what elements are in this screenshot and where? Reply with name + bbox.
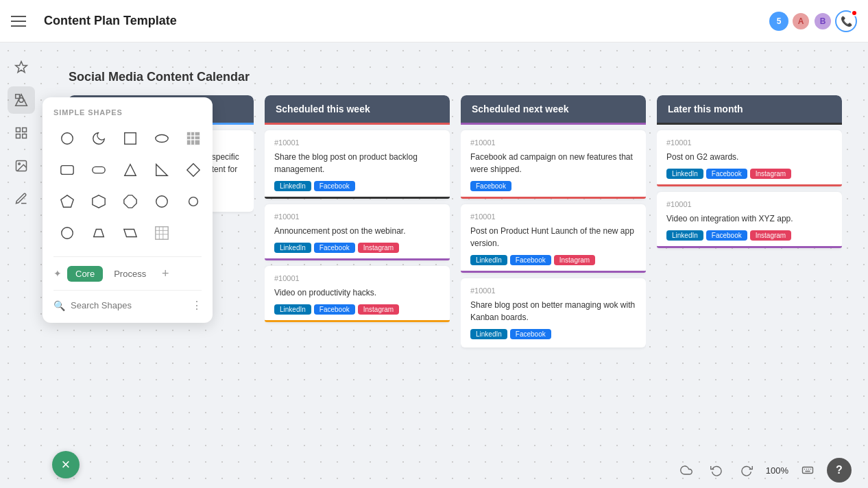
- svg-rect-18: [61, 166, 73, 175]
- tag-facebook: Facebook: [706, 230, 747, 241]
- keyboard-shortcut-button[interactable]: [797, 459, 819, 481]
- svg-marker-29: [94, 230, 104, 237]
- svg-rect-36: [803, 467, 813, 474]
- tag-linkedin: LinkedIn: [666, 230, 703, 241]
- svg-marker-22: [187, 164, 200, 176]
- svg-point-28: [62, 228, 73, 239]
- svg-rect-4: [16, 128, 21, 132]
- undo-button[interactable]: [706, 459, 727, 481]
- shape-hexagon[interactable]: [85, 188, 112, 215]
- card-accent: [265, 197, 450, 199]
- menu-icon[interactable]: [11, 10, 33, 32]
- shape-right-triangle[interactable]: [148, 156, 176, 184]
- col-cards-later: #10001 Post on G2 awards. LinkedIn Faceb…: [657, 125, 842, 445]
- tag-facebook: Facebook: [470, 181, 511, 191]
- card-accent: [265, 258, 450, 260]
- help-button[interactable]: ?: [827, 458, 852, 483]
- avatar-count: 5: [769, 12, 788, 31]
- tab-add-button[interactable]: +: [157, 265, 173, 282]
- header-avatars: 5 A B 📞: [769, 10, 857, 32]
- board-title: Social Media Content Calendar: [69, 70, 868, 84]
- shape-triangle[interactable]: [117, 156, 144, 184]
- avatar-2: B: [813, 12, 832, 31]
- shape-pill[interactable]: [85, 156, 112, 184]
- shape-oval[interactable]: [148, 125, 176, 152]
- col-header-later: Later this month: [657, 95, 842, 123]
- sidebar-icon-shapes[interactable]: [8, 86, 35, 114]
- col-header-scheduled-next: Scheduled next week: [461, 95, 646, 123]
- table-row: #10001 Share the blog post on product ba…: [265, 130, 450, 199]
- redo-button[interactable]: [736, 459, 758, 481]
- svg-point-27: [189, 197, 198, 206]
- card-tags: LinkedIn Facebook: [470, 329, 636, 339]
- tag-linkedin: LinkedIn: [666, 169, 703, 179]
- kanban-col-later: Later this month #10001 Post on G2 award…: [657, 95, 842, 445]
- tag-instagram: Instagram: [358, 243, 399, 253]
- shape-rounded-rect[interactable]: [53, 156, 81, 184]
- svg-marker-23: [61, 195, 73, 207]
- search-more-icon[interactable]: ⋮: [191, 299, 202, 312]
- header: Content Plan Template 5 A B 📞: [0, 0, 868, 42]
- shape-crescent[interactable]: [85, 125, 112, 152]
- shape-placeholder[interactable]: [180, 219, 207, 247]
- card-accent: [461, 197, 646, 199]
- shape-circle[interactable]: [53, 125, 81, 152]
- shape-diamond[interactable]: [180, 156, 207, 184]
- col-cards-week: #10001 Share the blog post on product ba…: [265, 125, 450, 445]
- shape-grid2[interactable]: [148, 219, 176, 247]
- shape-parallelogram[interactable]: [117, 219, 144, 247]
- shape-pentagon[interactable]: [53, 188, 81, 215]
- search-shapes-input[interactable]: [71, 300, 186, 310]
- sidebar-icon-star[interactable]: [8, 53, 35, 81]
- table-row: #10001 Facebook ad campaign on new featu…: [461, 130, 646, 199]
- tab-core[interactable]: Core: [67, 266, 103, 282]
- tag-instagram: Instagram: [750, 230, 791, 241]
- card-tags: LinkedIn Facebook Instagram: [274, 243, 440, 253]
- tag-facebook: Facebook: [510, 329, 551, 339]
- svg-rect-19: [93, 167, 105, 173]
- card-tags: LinkedIn Facebook: [274, 181, 440, 191]
- avatar-1: A: [791, 12, 810, 31]
- tag-facebook: Facebook: [314, 304, 355, 315]
- shapes-tabs: ✦ Core Process +: [53, 256, 202, 282]
- tag-linkedin: LinkedIn: [274, 304, 311, 315]
- tag-instagram: Instagram: [554, 255, 595, 265]
- card-accent: [461, 271, 646, 273]
- svg-rect-11: [125, 133, 136, 145]
- shape-circle3[interactable]: [180, 188, 207, 215]
- phone-badge: [851, 10, 858, 16]
- svg-rect-7: [23, 134, 27, 138]
- tag-instagram: Instagram: [358, 304, 399, 315]
- card-tags: LinkedIn Facebook Instagram: [274, 304, 440, 315]
- svg-rect-31: [156, 227, 168, 239]
- table-row: #10001 Video on productivity hacks. Link…: [265, 266, 450, 322]
- col-header-scheduled-week: Scheduled this week: [265, 95, 450, 123]
- shape-circle4[interactable]: [53, 219, 81, 247]
- table-row: #10001 Video on integration with XYZ app…: [657, 192, 842, 248]
- shape-circle2[interactable]: [148, 188, 176, 215]
- svg-rect-13: [187, 132, 200, 145]
- card-accent: [265, 320, 450, 322]
- cloud-save-button[interactable]: [675, 459, 697, 481]
- header-title: Content Plan Template: [44, 14, 758, 28]
- tag-instagram: Instagram: [750, 169, 791, 179]
- card-tags: LinkedIn Facebook Instagram: [666, 169, 832, 179]
- shape-table[interactable]: [180, 125, 207, 152]
- svg-marker-25: [124, 195, 136, 208]
- sidebar-icon-image[interactable]: [8, 152, 35, 180]
- svg-point-12: [156, 135, 168, 143]
- tab-process[interactable]: Process: [106, 266, 154, 282]
- shape-square[interactable]: [117, 125, 144, 152]
- shape-octagon[interactable]: [117, 188, 144, 215]
- col-cards-next: #10001 Facebook ad campaign on new featu…: [461, 125, 646, 445]
- svg-rect-6: [16, 134, 21, 138]
- tag-facebook: Facebook: [314, 243, 355, 253]
- shape-trapezoid[interactable]: [85, 219, 112, 247]
- tag-linkedin: LinkedIn: [470, 329, 507, 339]
- tab-icon-star[interactable]: ✦: [53, 268, 62, 279]
- phone-button[interactable]: 📞: [835, 10, 857, 32]
- sidebar-icon-pen[interactable]: [8, 185, 35, 212]
- card-tags: LinkedIn Facebook Instagram: [470, 255, 636, 265]
- tag-facebook: Facebook: [510, 255, 551, 265]
- sidebar-icon-grid[interactable]: [8, 119, 35, 147]
